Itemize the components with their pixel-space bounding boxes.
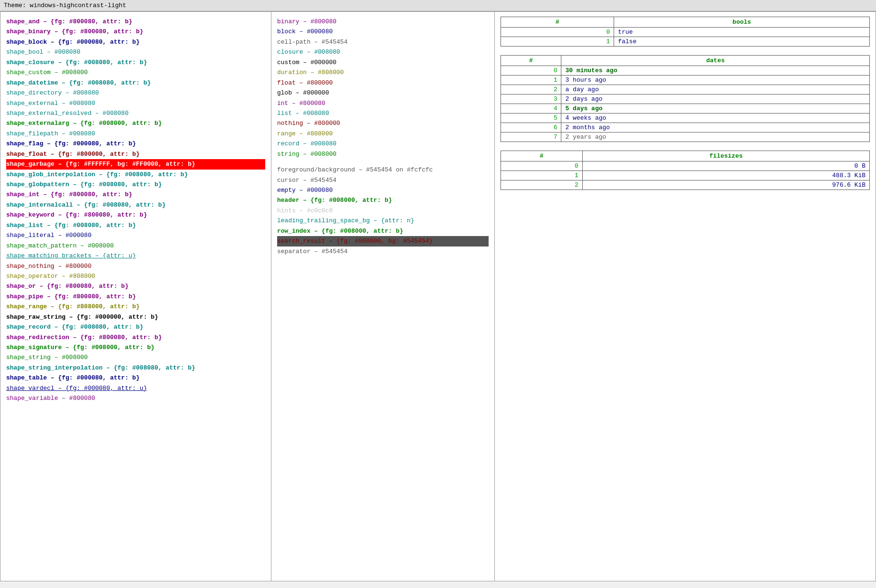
list-item: empty – #000080: [277, 185, 489, 195]
list-item: shape_float – {fg: #800000, attr: b}: [6, 149, 265, 159]
table-row: 13 hours ago: [501, 76, 870, 85]
list-item: shape_closure – {fg: #008080, attr: b}: [6, 57, 265, 67]
filesizes-hash-header: #: [501, 151, 583, 161]
list-item: custom – #000000: [277, 57, 489, 67]
list-item: shape_operator – #808000: [6, 271, 265, 281]
table-row: 1false: [501, 37, 870, 47]
list-item: shape_externalarg – {fg: #008000, attr: …: [6, 118, 265, 128]
list-item: glob – #000000: [277, 88, 489, 98]
dates-table: # dates 030 minutes ago13 hours ago2a da…: [501, 55, 870, 142]
list-item: shape_record – {fg: #008080, attr: b}: [6, 322, 265, 332]
list-item: shape_flag – {fg: #000080, attr: b}: [6, 139, 265, 149]
list-item: shape_matching_brackets – {attr: u}: [6, 251, 265, 261]
filesizes-table: # filesizes 00 B1488.3 KiB2976.6 KiB: [501, 151, 870, 190]
list-item: shape_or – {fg: #800080, attr: b}: [6, 281, 265, 291]
list-item: shape_int – {fg: #800080, attr: b}: [6, 190, 265, 199]
table-row: 32 days ago: [501, 95, 870, 104]
list-item: shape_filepath – #008080: [6, 129, 265, 139]
bools-hash-header: #: [501, 17, 614, 28]
table-row: 54 weeks ago: [501, 114, 870, 123]
table-row: 0true: [501, 28, 870, 37]
bools-table-container: # bools 0true1false: [501, 17, 870, 47]
list-item: shape_custom – #008000: [6, 67, 265, 77]
filesizes-val-header: filesizes: [582, 151, 869, 161]
list-item: shape_directory – #008080: [6, 88, 265, 98]
list-item: shape_redirection – {fg: #800080, attr: …: [6, 332, 265, 342]
list-item: shape_block – {fg: #000080, attr: b}: [6, 37, 265, 47]
list-item: shape_keyword – {fg: #800080, attr: b}: [6, 210, 265, 220]
list-item: separator – #545454: [277, 247, 489, 256]
list-item: search_result – {fg: #800000, bg: #54545…: [277, 236, 489, 246]
list-item: range – #808000: [277, 129, 489, 139]
list-item: cell-path – #545454: [277, 37, 489, 47]
bools-table: # bools 0true1false: [501, 17, 870, 47]
list-item: shape_binary – {fg: #800080, attr: b}: [6, 27, 265, 37]
table-row: 62 months ago: [501, 123, 870, 133]
table-row: 2a day ago: [501, 85, 870, 95]
list-item: shape_external_resolved – #008080: [6, 108, 265, 118]
list-item: shape_list – {fg: #008080, attr: b}: [6, 220, 265, 230]
dates-val-header: dates: [561, 56, 870, 66]
list-item: shape_datetime – {fg: #008080, attr: b}: [6, 78, 265, 88]
dates-table-container: # dates 030 minutes ago13 hours ago2a da…: [501, 55, 870, 142]
list-item: cursor – #545454: [277, 175, 489, 185]
table-row: 00 B: [501, 161, 870, 171]
list-item: shape_garbage – {fg: #FFFFFF, bg: #FF000…: [6, 159, 265, 169]
list-item: float – #800000: [277, 78, 489, 88]
list-item: string – #008000: [277, 149, 489, 159]
theme-label: Theme: windows-highcontrast-light: [0, 0, 876, 11]
list-item: shape_pipe – {fg: #800080, attr: b}: [6, 292, 265, 302]
list-item: foreground/background – #545454 on #fcfc…: [277, 165, 489, 175]
list-item: row_index – {fg: #008000, attr: b}: [277, 226, 489, 236]
list-item: shape_table – {fg: #000080, attr: b}: [6, 373, 265, 383]
list-item: shape_match_pattern – #008000: [6, 241, 265, 251]
list-item: shape_internalcall – {fg: #008080, attr:…: [6, 200, 265, 210]
list-item: shape_range – {fg: #808000, attr: b}: [6, 302, 265, 312]
list-item: nothing – #800000: [277, 118, 489, 128]
types-column: binary – #800080block – #000080cell-path…: [271, 12, 495, 581]
list-item: list – #008080: [277, 108, 489, 118]
list-item: shape_glob_interpolation – {fg: #008080,…: [6, 170, 265, 180]
table-row: 72 years ago: [501, 133, 870, 142]
table-row: 1488.3 KiB: [501, 171, 870, 180]
list-item: int – #800080: [277, 98, 489, 108]
list-item: shape_nothing – #800000: [6, 261, 265, 271]
list-item: shape_variable – #800080: [6, 393, 265, 403]
list-item: shape_and – {fg: #800080, attr: b}: [6, 17, 265, 27]
list-item: shape_external – #008080: [6, 98, 265, 108]
list-item: binary – #800080: [277, 17, 489, 27]
list-item: record – #008080: [277, 139, 489, 149]
shapes-column: shape_and – {fg: #800080, attr: b}shape_…: [0, 12, 271, 581]
list-item: shape_literal – #000080: [6, 230, 265, 240]
tables-column: # bools 0true1false # dates 030 minutes …: [495, 12, 876, 581]
list-item: block – #000080: [277, 27, 489, 37]
list-item: duration – #808000: [277, 67, 489, 77]
list-item: shape_bool – #008080: [6, 47, 265, 57]
list-item: closure – #008080: [277, 47, 489, 57]
list-item: header – {fg: #008000, attr: b}: [277, 195, 489, 205]
list-item: hints – #c0c0c0: [277, 206, 489, 216]
list-item: shape_string_interpolation – {fg: #00808…: [6, 363, 265, 373]
table-row: 030 minutes ago: [501, 66, 870, 76]
list-item: shape_signature – {fg: #008000, attr: b}: [6, 342, 265, 352]
filesizes-table-container: # filesizes 00 B1488.3 KiB2976.6 KiB: [501, 151, 870, 190]
table-row: 45 days ago: [501, 104, 870, 114]
list-item: shape_string – #008000: [6, 352, 265, 362]
list-item: shape_globpattern – {fg: #008080, attr: …: [6, 180, 265, 190]
list-item: shape_raw_string – {fg: #000000, attr: b…: [6, 312, 265, 322]
table-row: 2976.6 KiB: [501, 180, 870, 190]
bools-val-header: bools: [614, 17, 870, 28]
list-item: leading_trailing_space_bg – {attr: n}: [277, 216, 489, 226]
dates-hash-header: #: [501, 56, 561, 66]
list-item: shape_vardecl – {fg: #000080, attr: u}: [6, 383, 265, 393]
